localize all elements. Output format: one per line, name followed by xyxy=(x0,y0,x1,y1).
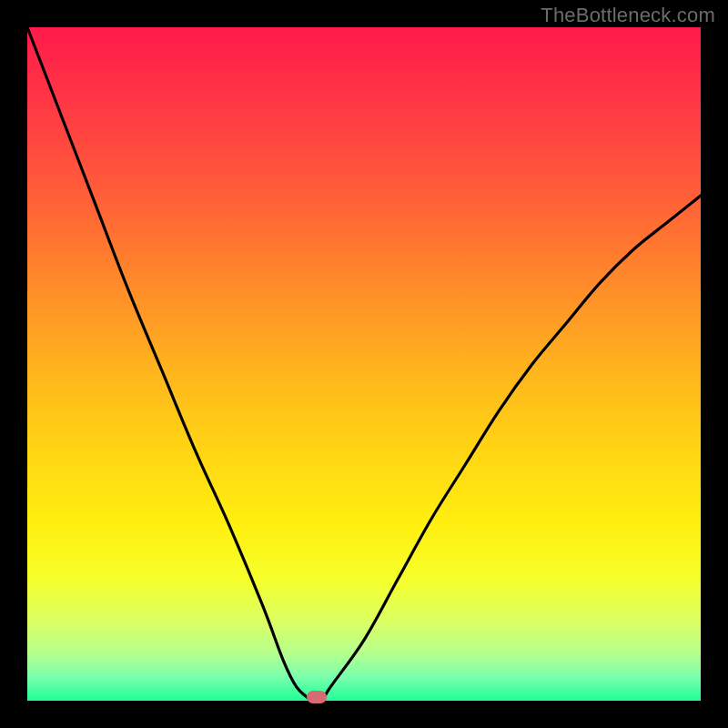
outer-frame: TheBottleneck.com xyxy=(0,0,728,728)
watermark-text: TheBottleneck.com xyxy=(541,4,715,27)
bottleneck-chart xyxy=(27,27,701,701)
minimum-marker xyxy=(307,691,327,703)
plot-background xyxy=(27,27,701,701)
